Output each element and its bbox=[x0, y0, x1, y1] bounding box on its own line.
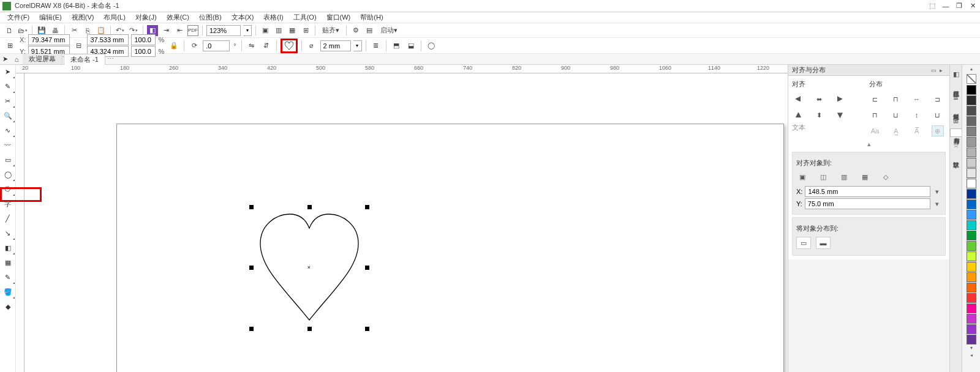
dist-spacing-h-button[interactable]: ↔ bbox=[911, 94, 923, 105]
menu-window[interactable]: 窗口(W) bbox=[322, 12, 356, 23]
menu-file[interactable]: 文件(F) bbox=[2, 12, 34, 23]
zoom-tool[interactable]: 🔍 bbox=[2, 110, 13, 121]
wrap-text-button[interactable]: ≣ bbox=[370, 40, 382, 52]
color-swatch[interactable] bbox=[967, 116, 976, 126]
selection-handle-n[interactable] bbox=[307, 205, 312, 209]
zoom-level-input[interactable] bbox=[206, 25, 241, 36]
guidelines-button[interactable]: ⊞ bbox=[300, 25, 311, 36]
mirror-vertical-button[interactable]: ⇵ bbox=[260, 40, 273, 52]
menu-bitmaps[interactable]: 位图(B) bbox=[194, 12, 227, 23]
canvas[interactable]: × bbox=[24, 73, 788, 372]
grid-button[interactable]: ▦ bbox=[287, 25, 298, 36]
dist-left-button[interactable]: ⊏ bbox=[869, 94, 881, 105]
color-swatch[interactable] bbox=[967, 85, 976, 95]
dist-right-button[interactable]: ⊐ bbox=[932, 94, 944, 105]
selection-handle-w[interactable] bbox=[249, 266, 254, 270]
transparency-tool[interactable]: ▦ bbox=[2, 257, 13, 268]
drop-shadow-tool[interactable]: ◧ bbox=[2, 242, 13, 253]
palette-flyout-icon[interactable]: ◂ bbox=[962, 352, 980, 360]
minimize-button[interactable]: — bbox=[941, 2, 951, 10]
outline-width-input[interactable] bbox=[320, 40, 351, 51]
artistic-media-tool[interactable]: 〰 bbox=[2, 140, 13, 151]
palette-up-icon[interactable]: ▴ bbox=[962, 66, 980, 73]
crop-tool[interactable]: ✂ bbox=[2, 95, 13, 106]
menu-effects[interactable]: 效果(C) bbox=[162, 12, 194, 23]
zoom-dropdown[interactable]: ▾ bbox=[243, 25, 252, 36]
color-swatch[interactable] bbox=[967, 220, 976, 230]
color-swatch[interactable] bbox=[967, 324, 976, 334]
object-width-input[interactable] bbox=[87, 34, 129, 45]
fullscreen-button[interactable]: ▣ bbox=[260, 25, 271, 36]
snap-dropdown[interactable]: 贴齐 ▾ bbox=[319, 25, 342, 36]
palette-down-icon[interactable]: ▾ bbox=[962, 345, 980, 352]
parallel-dimension-tool[interactable]: ╱ bbox=[2, 213, 13, 224]
docker-expand-icon[interactable]: ▭ bbox=[931, 67, 937, 73]
object-properties-icon[interactable]: ≣ bbox=[951, 92, 961, 102]
convert-to-curves-button[interactable]: ◯ bbox=[425, 40, 437, 52]
align-to-page-edge-button[interactable]: ◫ bbox=[817, 171, 829, 182]
color-swatch[interactable] bbox=[967, 147, 976, 157]
cut-button[interactable]: ✂ bbox=[69, 25, 80, 36]
to-front-button[interactable]: ⬒ bbox=[390, 40, 402, 52]
color-eyedropper-tool[interactable]: ✎ bbox=[2, 272, 13, 283]
docker-collapse-icon[interactable]: ▸ bbox=[940, 67, 946, 73]
text-baseline-button[interactable]: Aa bbox=[869, 125, 881, 136]
dist-top-button[interactable]: ⊓ bbox=[869, 110, 881, 121]
freehand-tool[interactable]: ∿ bbox=[2, 125, 13, 136]
selected-heart-shape[interactable]: × bbox=[251, 207, 368, 329]
color-swatch[interactable] bbox=[967, 272, 976, 282]
color-swatch[interactable] bbox=[967, 303, 976, 313]
color-swatch[interactable] bbox=[967, 127, 976, 136]
color-styles-icon[interactable]: ◧ bbox=[951, 69, 961, 79]
home-tab-icon[interactable]: ⌂ bbox=[12, 56, 21, 63]
interactive-fill-tool[interactable]: 🪣 bbox=[2, 286, 13, 297]
use-outline-button[interactable]: ⊕ bbox=[932, 125, 944, 136]
menu-text[interactable]: 文本(X) bbox=[227, 12, 259, 23]
color-swatch[interactable] bbox=[967, 168, 976, 178]
rotation-input[interactable] bbox=[203, 40, 230, 51]
maximize-button[interactable]: ❐ bbox=[954, 2, 964, 10]
text-last-line-button[interactable]: A̅ bbox=[911, 125, 923, 136]
smart-fill-tool[interactable]: ◆ bbox=[2, 301, 13, 312]
color-swatch[interactable] bbox=[967, 199, 976, 209]
ellipse-tool[interactable]: ◯ bbox=[2, 169, 13, 180]
stepper-icon[interactable]: ▾ bbox=[933, 200, 941, 208]
pdf-button[interactable]: PDF bbox=[187, 25, 198, 36]
align-to-point-button[interactable]: ◇ bbox=[880, 171, 892, 182]
perfect-shape-picker[interactable] bbox=[281, 39, 298, 53]
launch-dropdown[interactable]: 启动 ▾ bbox=[377, 25, 401, 36]
menu-tools[interactable]: 工具(O) bbox=[288, 12, 322, 23]
align-right-button[interactable]: ⯈ bbox=[834, 94, 846, 105]
outline-width-dropdown[interactable]: ▾ bbox=[353, 40, 362, 51]
app-launcher-icon[interactable]: ▤ bbox=[364, 25, 375, 36]
ruler-vertical[interactable] bbox=[16, 73, 24, 372]
rectangle-tool[interactable]: ▭ bbox=[2, 154, 13, 165]
window-helper-icon[interactable]: ⬚ bbox=[927, 2, 937, 10]
docker-title-bar[interactable]: 对齐与分布 ▭ ▸ bbox=[788, 65, 949, 76]
align-to-page-center-button[interactable]: ▥ bbox=[838, 171, 850, 182]
dist-to-selection-button[interactable]: ▭ bbox=[796, 237, 811, 249]
color-swatch[interactable] bbox=[967, 293, 976, 303]
dist-center-h-button[interactable]: ⊓ bbox=[890, 94, 902, 105]
publish-button[interactable]: ⇤ bbox=[174, 25, 185, 36]
align-to-active-button[interactable]: ▣ bbox=[796, 171, 809, 182]
stepper-icon[interactable]: ▾ bbox=[933, 188, 941, 196]
menu-table[interactable]: 表格(I) bbox=[258, 12, 288, 23]
options-button[interactable]: ⚙ bbox=[350, 25, 361, 36]
align-center-v-button[interactable]: ⬍ bbox=[813, 110, 825, 121]
color-swatch[interactable] bbox=[967, 210, 976, 220]
align-left-button[interactable]: ⯇ bbox=[792, 94, 804, 105]
align-y-input[interactable] bbox=[805, 198, 930, 209]
menu-object[interactable]: 对象(J) bbox=[130, 12, 162, 23]
object-x-input[interactable] bbox=[28, 34, 70, 45]
connector-tool[interactable]: ↘ bbox=[2, 228, 13, 239]
color-swatch[interactable] bbox=[967, 106, 976, 116]
color-swatch[interactable] bbox=[967, 335, 976, 344]
tab-welcome[interactable]: 欢迎屏幕 bbox=[23, 54, 62, 64]
pick-tool[interactable]: ➤ bbox=[2, 66, 13, 77]
dist-center-v-button[interactable]: ⊔ bbox=[890, 110, 902, 121]
rulers-button[interactable]: ▥ bbox=[273, 25, 284, 36]
scale-x-input[interactable] bbox=[131, 34, 156, 45]
selection-handle-se[interactable] bbox=[365, 327, 369, 331]
align-x-input[interactable] bbox=[805, 186, 930, 197]
